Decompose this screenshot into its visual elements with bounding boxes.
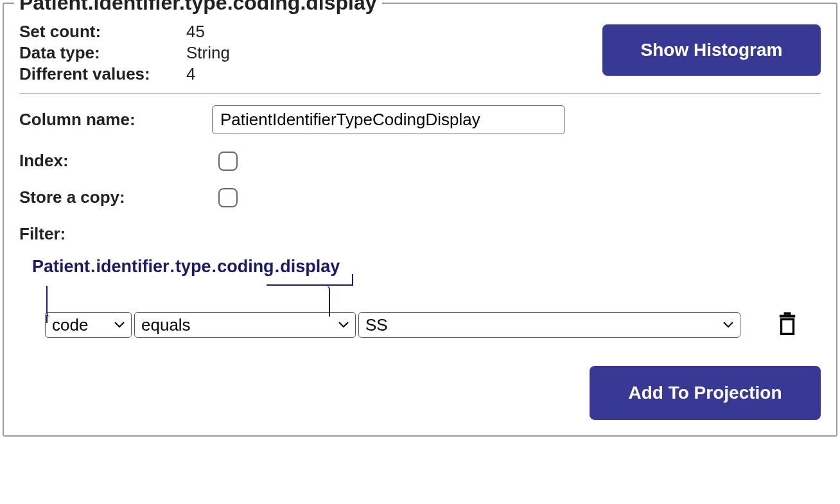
show-histogram-button[interactable]: Show Histogram <box>602 24 821 76</box>
data-type-value: String <box>186 43 230 63</box>
path-segment-patient[interactable]: Patient <box>32 257 90 277</box>
store-copy-row: Store a copy: <box>19 187 821 207</box>
store-copy-label: Store a copy: <box>19 187 212 207</box>
add-to-projection-button[interactable]: Add To Projection <box>590 366 821 420</box>
path-separator: . <box>170 257 176 277</box>
panel-legend: Patient.identifier.type.coding.display <box>14 0 382 15</box>
path-separator: . <box>274 257 281 277</box>
column-name-input[interactable] <box>212 105 565 134</box>
info-grid: Set count: 45 Data type: String Differen… <box>19 22 230 84</box>
delete-filter-button[interactable] <box>774 309 801 340</box>
filter-connector <box>32 277 821 306</box>
column-name-row: Column name: <box>19 105 821 134</box>
index-checkbox[interactable] <box>218 152 238 171</box>
data-type-label: Data type: <box>19 43 186 63</box>
column-name-label: Column name: <box>19 110 212 130</box>
footer: Add To Projection <box>19 366 821 420</box>
diff-values-value: 4 <box>186 64 230 84</box>
svg-rect-0 <box>780 315 795 317</box>
filter-path: Patient.identifier.type.coding.display <box>32 257 821 277</box>
index-row: Index: <box>19 151 821 171</box>
path-segment-coding[interactable]: coding <box>217 257 274 277</box>
set-count-label: Set count: <box>19 22 186 42</box>
store-copy-checkbox[interactable] <box>218 188 238 207</box>
path-separator: . <box>90 257 96 277</box>
form-section: Column name: Index: Store a copy: Filter… <box>19 94 821 420</box>
svg-rect-1 <box>784 312 791 315</box>
diff-values-label: Different values: <box>19 64 186 84</box>
summary-section: Set count: 45 Data type: String Differen… <box>19 10 821 94</box>
filter-label: Filter: <box>19 224 821 244</box>
set-count-value: 45 <box>186 22 230 42</box>
filter-value-select[interactable]: SS <box>358 312 740 338</box>
path-segment-identifier[interactable]: identifier <box>96 257 170 277</box>
path-segment-type[interactable]: type <box>175 257 211 277</box>
index-label: Index: <box>19 151 212 171</box>
field-detail-panel: Patient.identifier.type.coding.display S… <box>3 3 837 437</box>
trash-icon <box>776 311 798 336</box>
path-separator: . <box>211 257 218 277</box>
